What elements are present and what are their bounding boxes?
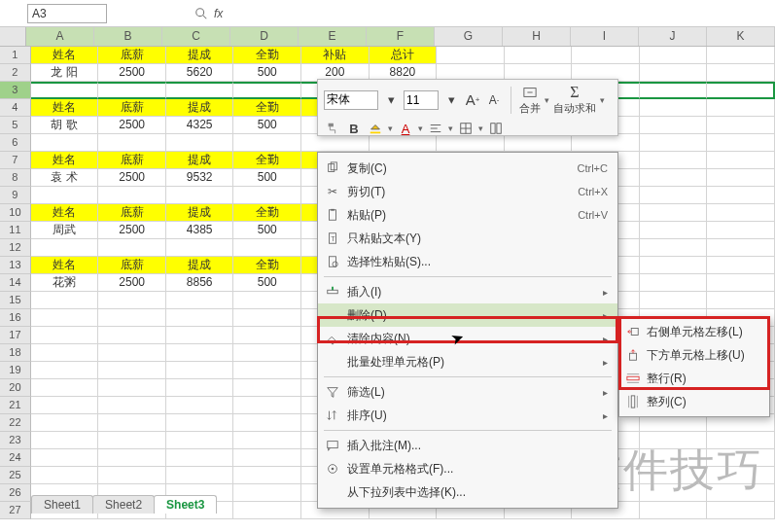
column-header[interactable]: E [299, 27, 367, 46]
cell[interactable] [98, 327, 166, 344]
ctx-paste[interactable]: 粘贴(P)Ctrl+V [318, 203, 617, 227]
search-icon[interactable] [194, 7, 208, 20]
cell[interactable]: 姓名 [31, 204, 99, 222]
cell[interactable] [166, 309, 234, 327]
ctx-paste-special[interactable]: 选择性粘贴(S)... [318, 250, 617, 273]
decrease-font-icon[interactable]: A- [485, 91, 503, 109]
cell[interactable] [166, 449, 234, 467]
cell[interactable] [166, 292, 234, 309]
cell[interactable] [31, 362, 99, 379]
ctx-delete[interactable]: 删除(D)▸ [318, 303, 617, 327]
row-header[interactable]: 12 [0, 239, 31, 257]
cell[interactable] [233, 292, 301, 309]
row-header[interactable]: 23 [0, 432, 31, 449]
cell[interactable] [707, 484, 775, 502]
cell[interactable]: 全勤 [233, 257, 301, 274]
cell[interactable]: 提成 [166, 99, 234, 117]
cell[interactable]: 底薪 [98, 99, 166, 117]
cell[interactable] [640, 467, 708, 484]
cell[interactable]: 提成 [166, 257, 234, 274]
cell[interactable] [31, 239, 99, 257]
cell[interactable] [98, 449, 166, 467]
cell[interactable] [640, 134, 708, 152]
cell[interactable] [707, 47, 775, 64]
font-color-icon[interactable]: A [397, 120, 414, 137]
cell[interactable] [640, 484, 708, 502]
cell[interactable]: 底薪 [98, 47, 166, 64]
cell[interactable] [707, 222, 775, 239]
cell[interactable] [31, 432, 99, 449]
cell[interactable] [166, 344, 234, 362]
cell[interactable] [707, 449, 775, 467]
cell[interactable] [166, 187, 234, 204]
cell[interactable] [233, 414, 301, 432]
sub-entire-col[interactable]: 整列(C) [619, 390, 769, 413]
cell[interactable] [166, 467, 234, 484]
cell[interactable] [166, 379, 234, 397]
cell[interactable] [98, 187, 166, 204]
cell[interactable]: 2500 [98, 169, 166, 187]
cell[interactable] [98, 414, 166, 432]
cell[interactable] [233, 432, 301, 449]
cell[interactable] [98, 82, 166, 99]
cell[interactable] [640, 257, 708, 274]
column-header[interactable]: I [571, 27, 639, 46]
cell[interactable] [98, 397, 166, 414]
cell[interactable] [233, 327, 301, 344]
cell[interactable] [233, 187, 301, 204]
cell[interactable]: 提成 [166, 152, 234, 169]
row-header[interactable]: 3 [0, 82, 31, 99]
cell[interactable] [233, 239, 301, 257]
cell[interactable]: 全勤 [233, 99, 301, 117]
cell[interactable] [640, 204, 708, 222]
cell[interactable] [640, 502, 708, 519]
merge-label[interactable]: 合并 [519, 101, 541, 116]
column-header[interactable]: J [639, 27, 707, 46]
cell[interactable] [640, 82, 708, 99]
cell[interactable] [166, 414, 234, 432]
cell[interactable] [166, 362, 234, 379]
cell[interactable]: 底薪 [98, 204, 166, 222]
cell[interactable]: 500 [233, 64, 301, 82]
row-header[interactable]: 21 [0, 397, 31, 414]
increase-font-icon[interactable]: A+ [464, 91, 481, 109]
cell[interactable]: 8856 [166, 274, 234, 292]
row-header[interactable]: 1 [0, 47, 31, 64]
row-height-icon[interactable] [487, 120, 505, 137]
ctx-format[interactable]: 设置单元格格式(F)... [318, 457, 617, 480]
cell[interactable] [640, 117, 708, 134]
cell[interactable] [31, 327, 99, 344]
row-header[interactable]: 7 [0, 152, 31, 169]
cell[interactable] [31, 379, 99, 397]
column-header[interactable]: G [435, 27, 503, 46]
cell[interactable]: 提成 [166, 204, 234, 222]
bold-icon[interactable]: B [345, 120, 363, 137]
cell[interactable]: 袁 术 [31, 169, 99, 187]
column-header[interactable]: A [26, 27, 94, 46]
sub-shift-up[interactable]: 下方单元格上移(U) [619, 343, 769, 367]
ctx-batch[interactable]: 批量处理单元格(P)▸ [318, 350, 617, 373]
row-header[interactable]: 27 [0, 502, 31, 519]
cell[interactable] [233, 484, 301, 502]
select-all-corner[interactable] [0, 27, 26, 46]
column-header[interactable]: K [707, 27, 775, 46]
cell[interactable]: 4385 [166, 222, 234, 239]
cell[interactable] [640, 449, 708, 467]
row-header[interactable]: 4 [0, 99, 31, 117]
ctx-paste-text[interactable]: T只粘贴文本(Y) [318, 227, 617, 250]
cell[interactable] [640, 187, 708, 204]
column-header[interactable]: C [162, 27, 230, 46]
cell[interactable] [707, 169, 775, 187]
cell[interactable] [98, 239, 166, 257]
cell[interactable] [166, 82, 234, 99]
cell[interactable] [572, 47, 640, 64]
cell[interactable]: 龙 阳 [31, 64, 99, 82]
column-header[interactable]: B [94, 27, 162, 46]
sub-entire-row[interactable]: 整行(R) [619, 367, 769, 390]
cell[interactable] [31, 397, 99, 414]
cell[interactable] [640, 274, 708, 292]
cell[interactable] [98, 134, 166, 152]
fx-label[interactable]: fx [214, 7, 223, 20]
cell[interactable]: 总计 [370, 47, 438, 64]
row-header[interactable]: 17 [0, 327, 31, 344]
